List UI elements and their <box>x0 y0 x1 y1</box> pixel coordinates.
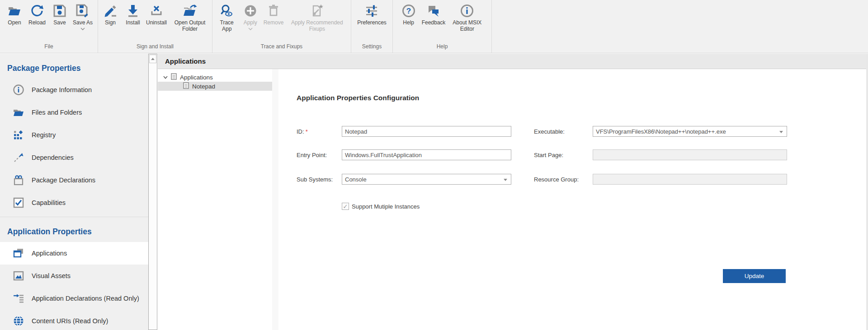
sidebar-item-package-declarations[interactable]: Package Declarations <box>0 169 148 191</box>
sidebar-item-application-declarations[interactable]: Application Declarations (Read Only) <box>0 287 148 310</box>
button-label: Reload <box>28 19 46 26</box>
dropdown-arrow-icon <box>504 179 507 181</box>
save-icon <box>52 3 67 19</box>
combobox-value: VFS\ProgramFilesX86\Notepad++\notepad++.… <box>596 128 726 135</box>
apply-recommended-fixups-button: Apply Recommended Fixups <box>285 3 349 32</box>
sidebar-item-content-uris[interactable]: Content URIs (Read Only) <box>0 310 148 330</box>
ribbon-group-help: ? Help Feedback About MSIX Editor Help <box>393 0 492 53</box>
sub-systems-label: Sub Systems: <box>297 176 333 183</box>
sidebar-item-label: Capabilities <box>32 199 66 206</box>
uninstall-button[interactable]: Uninstall <box>144 3 169 26</box>
ribbon-toolbar: Open Reload Save Save As <box>0 0 868 53</box>
sidebar-item-visual-assets[interactable]: Visual Assets <box>0 265 148 287</box>
sidebar-item-capabilities[interactable]: Capabilities <box>0 191 148 214</box>
tree-node-applications[interactable]: Applications <box>158 73 272 82</box>
button-label: Preferences <box>357 19 387 26</box>
open-button[interactable]: Open <box>3 3 26 26</box>
open-output-folder-button[interactable]: Open Output Folder <box>169 3 211 32</box>
button-label: Apply Recommended Fixups <box>287 19 347 32</box>
trace-app-button[interactable]: Trace App <box>215 3 239 32</box>
combobox-value: Console <box>345 176 367 183</box>
start-page-label: Start Page: <box>534 152 563 158</box>
registry-icon <box>13 129 24 141</box>
sidebar-item-package-information[interactable]: Package Information <box>0 79 148 101</box>
button-label: Open Output Folder <box>170 19 209 32</box>
button-label: Save <box>53 19 66 26</box>
button-label: Install <box>126 19 140 26</box>
save-as-icon <box>75 3 90 19</box>
reload-button[interactable]: Reload <box>26 3 48 26</box>
button-label: Help <box>403 19 414 26</box>
button-label: Trace App <box>217 19 237 32</box>
button-label: Sign <box>105 19 116 26</box>
preferences-sliders-icon <box>364 3 379 19</box>
sidebar-item-label: Applications <box>32 250 67 257</box>
button-label: Apply <box>244 19 257 26</box>
section-heading-package-properties: Package Properties <box>0 54 148 79</box>
entry-point-input[interactable] <box>342 149 511 160</box>
page-title: Applications <box>165 57 206 65</box>
sidebar-item-applications[interactable]: Applications <box>0 242 148 265</box>
scrollbar-up-button[interactable] <box>149 55 156 63</box>
open-folder-icon <box>7 3 22 19</box>
button-label: Feedback <box>422 19 446 26</box>
chevron-down-icon[interactable] <box>80 27 85 30</box>
remove-trash-icon <box>266 3 281 19</box>
gift-box-icon <box>13 174 24 186</box>
executable-combobox[interactable]: VFS\ProgramFilesX86\Notepad++\notepad++.… <box>593 126 787 137</box>
update-button[interactable]: Update <box>723 269 786 283</box>
feedback-button[interactable]: Feedback <box>420 3 448 26</box>
panel-splitter[interactable] <box>272 69 278 330</box>
section-heading-application-properties: Application Properties <box>0 217 148 242</box>
applications-tree-panel: Applications Notepad <box>158 69 272 330</box>
ribbon-group-label: Settings <box>351 43 392 53</box>
required-asterisk: * <box>306 128 308 135</box>
about-msix-editor-button[interactable]: About MSIX Editor <box>447 3 487 32</box>
remove-button: Remove <box>262 3 286 26</box>
sign-button[interactable]: Sign <box>99 3 122 26</box>
chevron-down-icon <box>248 27 253 30</box>
navigation-sidebar: Package Properties Package Information F… <box>0 54 148 330</box>
about-icon <box>459 3 475 19</box>
tree-node-label: Notepad <box>192 83 215 90</box>
sidebar-scrollbar[interactable] <box>148 54 157 330</box>
arrow-list-icon <box>13 293 24 304</box>
chevron-down-icon[interactable] <box>162 74 169 80</box>
button-label: Open <box>8 19 21 26</box>
apply-plus-icon <box>243 3 258 19</box>
folder-icon <box>13 107 24 118</box>
sub-systems-combobox[interactable]: Console <box>342 174 511 185</box>
id-input[interactable] <box>342 126 511 137</box>
save-button[interactable]: Save <box>48 3 71 26</box>
resource-group-label: Resource Group: <box>534 176 579 183</box>
install-button[interactable]: Install <box>122 3 144 26</box>
dropdown-arrow-icon <box>779 131 783 133</box>
support-multiple-instances-row: ✓ Support Mutiple Instances <box>342 203 420 210</box>
ribbon-group-sign-install: Sign Install Uninstall Open Output Folde… <box>98 0 212 53</box>
fixups-icon <box>309 3 325 19</box>
button-label: Remove <box>264 19 284 26</box>
sidebar-item-dependencies[interactable]: Dependencies <box>0 146 148 169</box>
save-as-button[interactable]: Save As <box>71 3 94 30</box>
sidebar-item-registry[interactable]: Registry <box>0 124 148 146</box>
ribbon-group-label: Help <box>393 43 491 53</box>
info-icon <box>13 84 24 96</box>
help-button[interactable]: ? Help <box>397 3 420 26</box>
id-label: ID:* <box>297 128 308 135</box>
preferences-button[interactable]: Preferences <box>355 3 388 26</box>
uninstall-icon <box>149 3 164 19</box>
trace-app-icon <box>219 3 235 19</box>
support-multiple-instances-checkbox: ✓ <box>342 203 349 210</box>
tree-node-notepad[interactable]: Notepad <box>158 82 272 91</box>
sidebar-item-label: Application Declarations (Read Only) <box>32 295 139 302</box>
sidebar-item-label: Registry <box>32 131 56 139</box>
sidebar-item-files-and-folders[interactable]: Files and Folders <box>0 101 148 124</box>
image-icon <box>13 270 24 282</box>
apply-button: Apply <box>239 3 262 30</box>
resource-group-input <box>593 174 787 185</box>
sidebar-item-label: Visual Assets <box>32 272 71 279</box>
sidebar-item-label: Package Information <box>32 86 92 93</box>
application-properties-form: Application Properties Configuration ID:… <box>278 69 866 330</box>
sidebar-item-label: Dependencies <box>32 154 74 161</box>
ribbon-group-label: Trace and Fixups <box>212 43 351 53</box>
